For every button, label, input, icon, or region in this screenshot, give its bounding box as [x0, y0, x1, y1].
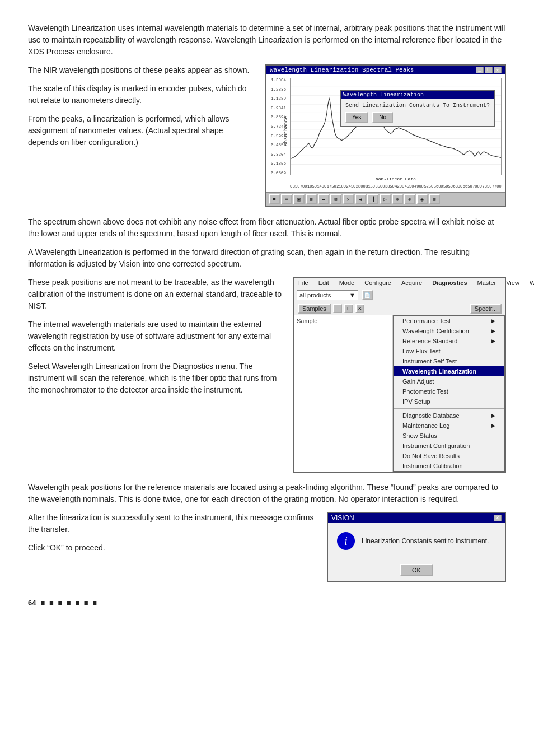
x-axis-values: 0350700105014001750210024502800315035003…	[290, 184, 502, 189]
toolbar-btn-14[interactable]: ⊞	[429, 194, 440, 204]
intro-para10: Wavelength peak positions for the refere…	[28, 482, 506, 505]
spectral-titlebar: Wavelength Linearization Spectral Peaks …	[266, 66, 505, 74]
toolbar-btn-1[interactable]: ■	[269, 194, 280, 204]
spectral-title: Wavelength Linearization Spectral Peaks	[270, 67, 414, 73]
menu-item-diagnostic-db[interactable]: Diagnostic Database ▶	[394, 410, 504, 421]
spectra-tab[interactable]: Spectr...	[470, 304, 502, 314]
submenu-arrow-icon: ▶	[491, 423, 495, 428]
intro-para6: A Wavelength Linearization is performed …	[28, 246, 506, 270]
diag-content: Sample Performance Test ▶ Wavelength Cer…	[294, 315, 505, 472]
vision-body: i Linearization Constants sent to instru…	[328, 523, 505, 559]
toolbar-btn-8[interactable]: ◀	[355, 194, 366, 204]
dropdown-arrow-icon: ▼	[349, 292, 355, 298]
toolbar-btn-11[interactable]: ⊕	[392, 194, 403, 204]
intro-para2: The NIR wavelength positions of these pe…	[28, 64, 254, 76]
menu-item-instrument-self-test[interactable]: Instrument Self Test	[394, 356, 504, 366]
menu-edit[interactable]: Edit	[317, 279, 331, 287]
menu-item-photometric-test[interactable]: Photometric Test	[394, 386, 504, 396]
vision-title: VISION	[331, 514, 354, 522]
toolbar-btn-12[interactable]: ⊗	[404, 194, 415, 204]
menu-item-wavelength-linearization[interactable]: Wavelength Linearization	[394, 366, 504, 376]
intro-para8: The internal wavelength materials are us…	[28, 319, 282, 354]
intro-para12: Click “OK” to proceed.	[28, 542, 316, 554]
menu-item-maintenance-log[interactable]: Maintenance Log ▶	[394, 421, 504, 431]
menu-configure[interactable]: Configure	[363, 279, 393, 287]
minimize-button[interactable]: _	[476, 67, 484, 73]
sample-label: Sample	[297, 318, 390, 324]
products-dropdown[interactable]: all products ▼	[297, 290, 358, 300]
diag-left-panel: Sample	[294, 315, 393, 472]
submenu-arrow-icon: ▶	[491, 413, 495, 418]
menu-item-ipv-setup[interactable]: IPV Setup	[394, 396, 504, 407]
intro-para3: The scale of this display is marked in e…	[28, 83, 254, 106]
toolbar-btn-2[interactable]: ≡	[281, 194, 292, 204]
info-icon: i	[337, 532, 355, 550]
dlg-title: Wavelength Linearization	[341, 91, 494, 99]
toolbar-btn-4[interactable]: ⊞	[306, 194, 317, 204]
diag-menubar[interactable]: File Edit Mode Configure Acquire Diagnos…	[294, 278, 505, 288]
toolbar-btn-5[interactable]: ▬	[318, 194, 329, 204]
vision-titlebar: VISION ✕	[328, 513, 505, 523]
vision-footer[interactable]: OK	[328, 559, 505, 581]
menu-item-wavelength-cert[interactable]: Wavelength Certification ▶	[394, 326, 504, 336]
diag-btn-new[interactable]: 📄	[362, 290, 373, 300]
vision-close-button[interactable]: ✕	[494, 515, 502, 521]
diag-samples-row[interactable]: Samples - □ ✕ Spectr...	[294, 302, 505, 315]
maximize-button[interactable]: □	[485, 67, 493, 73]
no-button[interactable]: No	[372, 112, 393, 123]
toolbar-btn-7[interactable]: ✕	[343, 194, 354, 204]
window-controls[interactable]: _ □ ✕	[476, 67, 502, 73]
dlg-question: Send Linearization Constants To Instrume…	[345, 102, 490, 109]
menu-item-reference-standard[interactable]: Reference Standard ▶	[394, 336, 504, 346]
spectral-body: Absorbance 1.3004 1.2836 1.1289 0.9841 0…	[266, 74, 505, 192]
submenu-arrow-icon: ▶	[491, 338, 495, 344]
vision-dialog: VISION ✕ i Linearization Constants sent …	[327, 512, 506, 582]
intro-para5: The spectrum shown above does not exhibi…	[28, 216, 506, 240]
ok-button[interactable]: OK	[400, 564, 433, 576]
menu-item-low-flux[interactable]: Low-Flux Test	[394, 346, 504, 356]
menu-view[interactable]: View	[504, 279, 521, 287]
y-axis-values: 1.3004 1.2836 1.1289 0.9841 0.8594 0.724…	[271, 78, 286, 175]
diag-dropdown-menu[interactable]: Performance Test ▶ Wavelength Certificat…	[393, 315, 505, 472]
samples-btn-box[interactable]: □	[344, 304, 353, 313]
menu-item-do-not-save[interactable]: Do Not Save Results	[394, 451, 504, 461]
menu-diagnostics[interactable]: Diagnostics	[430, 279, 469, 287]
samples-btn-minus[interactable]: -	[333, 304, 342, 313]
diag-toolbar[interactable]: all products ▼ 📄	[294, 288, 505, 302]
intro-para9: Select Wavelength Linearization from the…	[28, 361, 282, 396]
menu-acquire[interactable]: Acquire	[400, 279, 424, 287]
menu-mode[interactable]: Mode	[338, 279, 357, 287]
samples-tab[interactable]: Samples	[298, 304, 331, 314]
toolbar-buttons[interactable]: 📄	[362, 290, 373, 300]
vision-message: Linearization Constants sent to instrume…	[362, 537, 489, 545]
menu-item-instrument-config[interactable]: Instrument Configuration	[394, 441, 504, 451]
page-number: 64	[28, 599, 36, 607]
toolbar-btn-3[interactable]: ▣	[293, 194, 305, 204]
menu-item-instrument-calibration[interactable]: Instrument Calibration	[394, 461, 504, 471]
menu-divider-1	[394, 408, 504, 409]
toolbar-btn-9[interactable]: ▐	[367, 194, 378, 204]
dlg-buttons[interactable]: Yes No	[345, 112, 490, 123]
menu-file[interactable]: File	[297, 279, 310, 287]
toolbar-btn-10[interactable]: ▷	[380, 194, 391, 204]
toolbar-btn-6[interactable]: ⊟	[330, 194, 341, 204]
x-axis-label: Non-linear Data	[290, 176, 502, 181]
yes-button[interactable]: Yes	[345, 112, 368, 123]
close-button[interactable]: ✕	[494, 67, 502, 73]
dropdown-value: all products	[299, 292, 331, 298]
spectral-toolbar[interactable]: ■ ≡ ▣ ⊞ ▬ ⊟ ✕ ◀ ▐ ▷ ⊕ ⊗ ◉ ⊞	[266, 192, 505, 206]
submenu-arrow-icon: ▶	[491, 318, 495, 324]
menu-item-show-status[interactable]: Show Status	[394, 431, 504, 441]
menu-item-performance-test[interactable]: Performance Test ▶	[394, 316, 504, 326]
menu-item-gain-adjust[interactable]: Gain Adjust	[394, 376, 504, 386]
intro-para7: These peak positions are not meant to be…	[28, 277, 282, 312]
intro-para4: From the peaks, a linearization is perfo…	[28, 113, 254, 148]
toolbar-btn-13[interactable]: ◉	[416, 194, 428, 204]
menu-wi[interactable]: Wi	[528, 279, 534, 287]
diagnostics-menu-window: File Edit Mode Configure Acquire Diagnos…	[293, 277, 506, 473]
menu-master[interactable]: Master	[476, 279, 498, 287]
intro-para11: After the linearization is successfully …	[28, 512, 316, 535]
submenu-arrow-icon: ▶	[491, 328, 495, 334]
page-footer: 64 ■ ■ ■ ■ ■ ■ ■	[28, 599, 506, 607]
samples-btn-x[interactable]: ✕	[355, 304, 364, 313]
